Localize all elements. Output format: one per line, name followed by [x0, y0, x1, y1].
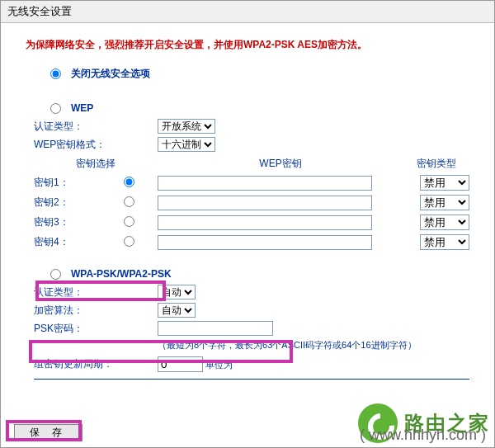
- key4-type-select[interactable]: 禁用: [420, 234, 469, 250]
- key1-input[interactable]: [158, 176, 372, 191]
- key3-radio[interactable]: [124, 216, 134, 227]
- wpa-auth-label: 认证类型：: [34, 285, 158, 299]
- key2-type-select[interactable]: 禁用: [420, 195, 469, 210]
- wpa-encrypt-label: 加密算法：: [34, 304, 158, 318]
- wep-key-header: WEP密钥: [158, 157, 403, 171]
- radio-wpa-label: WPA-PSK/WPA2-PSK: [71, 268, 172, 280]
- save-button[interactable]: 保 存: [14, 424, 82, 441]
- radio-disable-label: 关闭无线安全选项: [71, 67, 150, 81]
- auth-type-select[interactable]: 开放系统: [158, 119, 215, 134]
- key1-label: 密钥1：: [34, 176, 100, 190]
- key2-label: 密钥2：: [34, 196, 100, 210]
- key3-type-select[interactable]: 禁用: [420, 215, 469, 230]
- divider: [34, 379, 469, 380]
- psk-password-label: PSK密码：: [34, 322, 158, 336]
- radio-disable-security[interactable]: [50, 68, 61, 79]
- key1-type-select[interactable]: 禁用: [420, 175, 469, 191]
- warning-text: 为保障网络安全，强烈推荐开启安全设置，并使用WPA2-PSK AES加密方法。: [26, 38, 494, 52]
- key3-input[interactable]: [158, 215, 372, 230]
- window-title: 无线安全设置: [1, 1, 494, 23]
- key1-radio[interactable]: [124, 177, 134, 187]
- key4-input[interactable]: [158, 235, 372, 250]
- group-key-input[interactable]: [158, 356, 203, 372]
- watermark-url: ( www.hhhyh.com ): [360, 427, 486, 444]
- group-key-label: 组密钥更新周期：: [34, 357, 158, 371]
- radio-wep[interactable]: [50, 103, 61, 114]
- key-select-header: 密钥选择: [34, 157, 158, 171]
- wep-key-format-label: WEP密钥格式：: [34, 138, 158, 152]
- key2-input[interactable]: [158, 196, 372, 210]
- group-key-unit: 单位为: [205, 360, 233, 370]
- key2-radio[interactable]: [124, 196, 134, 207]
- key4-label: 密钥4：: [34, 235, 100, 249]
- psk-password-input[interactable]: [158, 321, 273, 336]
- psk-hint: （最短为8个字符，最长为63个ASCII码字符或64个16进制字符）: [158, 339, 417, 351]
- radio-wpa-psk[interactable]: [50, 269, 61, 280]
- wep-key-format-select[interactable]: 十六进制: [158, 137, 215, 152]
- auth-type-label: 认证类型：: [34, 120, 158, 134]
- key3-label: 密钥3：: [34, 215, 100, 229]
- wpa-encrypt-select[interactable]: 自动: [158, 303, 196, 318]
- key4-radio[interactable]: [124, 236, 134, 247]
- key-type-header: 密钥类型: [403, 157, 469, 171]
- radio-wep-label: WEP: [71, 102, 93, 114]
- wpa-auth-select[interactable]: 自动: [158, 285, 196, 299]
